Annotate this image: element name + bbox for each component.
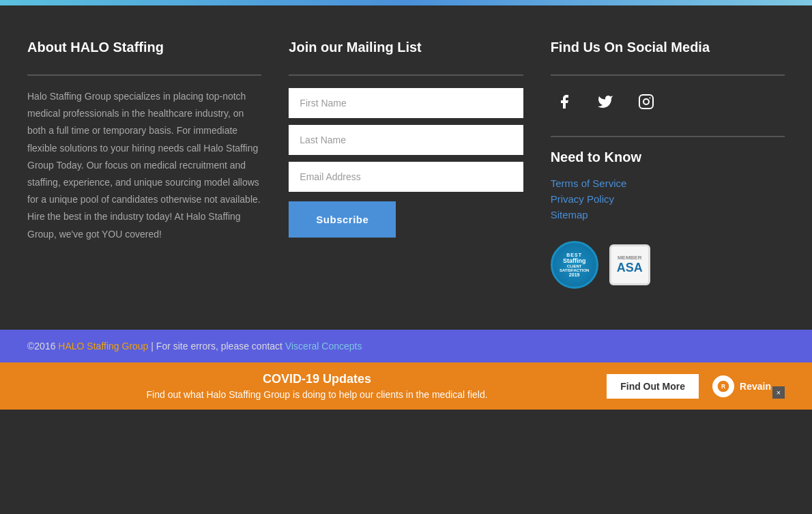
covid-bar: COVID-19 Updates Find out what Halo Staf… xyxy=(0,362,812,410)
covid-close-button[interactable]: × xyxy=(772,386,785,399)
find-out-button[interactable]: Find Out More xyxy=(607,374,699,399)
revain-label: Revain xyxy=(740,381,771,392)
privacy-link[interactable]: Privacy Policy xyxy=(551,193,785,205)
separator-text: | For site errors, please contact xyxy=(151,341,285,352)
social-title: Find Us On Social Media xyxy=(551,40,785,62)
twitter-icon[interactable] xyxy=(592,88,619,115)
subscribe-button[interactable]: Subscribe xyxy=(289,201,396,238)
first-name-input[interactable] xyxy=(289,88,523,118)
about-column: About HALO Staffing Halo Staffing Group … xyxy=(27,40,261,289)
last-name-input[interactable] xyxy=(289,125,523,155)
badges-section: BEST Staffing CLIENT SATISFACTION 2019 M… xyxy=(551,241,785,289)
about-divider xyxy=(27,74,261,76)
revain-icon: R xyxy=(712,375,734,397)
mailing-form: Subscribe xyxy=(289,88,523,238)
svg-text:R: R xyxy=(721,383,725,390)
mailing-divider xyxy=(289,74,523,76)
copyright-text: ©2016 xyxy=(27,341,55,352)
sitemap-link[interactable]: Sitemap xyxy=(551,209,785,220)
svg-point-1 xyxy=(643,99,649,104)
social-divider xyxy=(551,74,785,76)
mailing-title: Join our Mailing List xyxy=(289,40,523,62)
social-icons xyxy=(551,88,785,115)
visceral-link[interactable]: Visceral Concepts xyxy=(285,341,362,352)
email-input[interactable] xyxy=(289,162,523,192)
need-to-know-title: Need to Know xyxy=(551,149,785,165)
top-bar xyxy=(0,0,812,5)
facebook-icon[interactable] xyxy=(551,88,578,115)
instagram-icon[interactable] xyxy=(633,88,660,115)
footer-main: About HALO Staffing Halo Staffing Group … xyxy=(0,5,812,330)
footer-bottom: ©2016 HALO Staffing Group | For site err… xyxy=(0,330,812,362)
covid-subtitle: Find out what Halo Staffing Group is doi… xyxy=(147,389,488,400)
covid-right: Find Out More R Revain × xyxy=(607,374,785,399)
halo-link[interactable]: HALO Staffing Group xyxy=(58,341,148,352)
mailing-column: Join our Mailing List Subscribe xyxy=(289,40,523,289)
need-to-know-section: Need to Know Terms of Service Privacy Po… xyxy=(551,136,785,220)
need-to-know-divider xyxy=(551,136,785,137)
covid-content: COVID-19 Updates Find out what Halo Staf… xyxy=(27,372,607,400)
about-title: About HALO Staffing xyxy=(27,40,261,62)
revain-widget: R Revain xyxy=(712,375,771,397)
svg-point-2 xyxy=(649,98,650,99)
social-column: Find Us On Social Media xyxy=(551,40,785,289)
about-body: Halo Staffing Group specializes in placi… xyxy=(27,88,261,243)
best-staffing-badge: BEST Staffing CLIENT SATISFACTION 2019 xyxy=(551,241,598,289)
covid-title: COVID-19 Updates xyxy=(263,372,371,386)
svg-rect-0 xyxy=(639,95,653,109)
asa-badge: MEMBER ASA xyxy=(609,244,650,285)
terms-link[interactable]: Terms of Service xyxy=(551,177,785,189)
